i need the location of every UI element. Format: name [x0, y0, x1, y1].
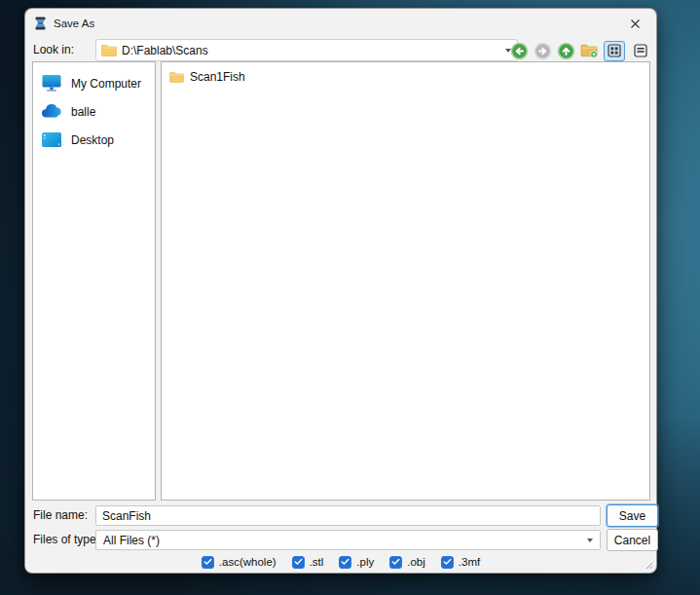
grid-view-icon	[608, 44, 621, 57]
check-icon	[203, 558, 212, 566]
checkbox-stl[interactable]: .stl	[292, 556, 324, 569]
checkbox-checked-icon[interactable]	[292, 556, 305, 569]
sidebar-item-label: My Computer	[71, 77, 141, 91]
grid-view-button[interactable]	[604, 41, 625, 61]
files-of-type-row: Files of type: All Files (*) Cancel	[33, 529, 648, 552]
sidebar-item-balle[interactable]: balle	[33, 97, 155, 126]
cancel-button[interactable]: Cancel	[607, 529, 658, 551]
save-as-dialog: Save As Look in: D:\Fablab\Scans	[24, 8, 657, 574]
window-title: Save As	[54, 18, 94, 29]
chevron-down-icon	[587, 539, 593, 542]
list-view-button[interactable]	[630, 41, 651, 61]
checkbox-label: .obj	[407, 556, 425, 568]
folder-icon	[169, 71, 184, 83]
file-name-input[interactable]	[95, 505, 601, 526]
checkbox-checked-icon[interactable]	[339, 556, 351, 569]
up-button[interactable]	[557, 42, 575, 60]
look-in-path: D:\Fablab\Scans	[122, 44, 208, 57]
close-button[interactable]	[619, 12, 650, 35]
checkbox-ply[interactable]: .ply	[339, 556, 374, 569]
file-item-scan1fish[interactable]: Scan1Fish	[166, 68, 259, 86]
save-button[interactable]: Save	[607, 504, 658, 527]
checkbox-asc-whole[interactable]: .asc(whole)	[202, 556, 276, 569]
sidebar-item-desktop[interactable]: Desktop	[33, 126, 155, 154]
checkbox-label: .asc(whole)	[219, 556, 276, 568]
new-folder-button[interactable]	[580, 42, 599, 60]
sidebar-item-label: balle	[71, 105, 95, 119]
checkbox-label: .stl	[310, 556, 324, 568]
checkbox-3mf[interactable]: .3mf	[441, 556, 480, 569]
check-icon	[341, 558, 350, 566]
new-folder-icon	[580, 42, 599, 59]
format-checkbox-row: .asc(whole) .stl .ply	[25, 552, 656, 572]
list-view-icon	[634, 44, 647, 57]
checkbox-checked-icon[interactable]	[389, 556, 402, 569]
app-icon	[34, 17, 47, 30]
folder-icon	[101, 44, 117, 56]
forward-icon	[534, 42, 552, 60]
check-icon	[294, 558, 303, 566]
places-sidebar: My Computer balle	[32, 61, 156, 501]
file-name-label: File name:	[33, 508, 88, 522]
up-icon	[557, 42, 575, 60]
desktop-background: Save As Look in: D:\Fablab\Scans	[0, 0, 700, 595]
back-icon	[510, 42, 529, 60]
look-in-label: Look in:	[33, 43, 74, 56]
back-button[interactable]	[510, 42, 529, 60]
forward-button[interactable]	[534, 42, 552, 60]
checkbox-label: .ply	[356, 556, 374, 568]
computer-icon	[41, 74, 62, 93]
check-icon	[443, 558, 452, 566]
checkbox-checked-icon[interactable]	[202, 556, 214, 569]
files-of-type-value: All Files (*)	[103, 534, 160, 547]
checkbox-obj[interactable]: .obj	[389, 556, 425, 569]
files-of-type-select[interactable]: All Files (*)	[95, 530, 601, 550]
title-bar[interactable]: Save As	[25, 9, 656, 38]
sidebar-item-label: Desktop	[71, 133, 114, 147]
checkbox-label: .3mf	[459, 556, 480, 568]
file-item-name: Scan1Fish	[190, 70, 245, 84]
nav-toolbar	[510, 39, 651, 62]
check-icon	[391, 558, 400, 566]
file-list[interactable]: Scan1Fish	[161, 61, 650, 501]
sidebar-item-my-computer[interactable]: My Computer	[33, 69, 155, 97]
look-in-combobox[interactable]: D:\Fablab\Scans	[95, 39, 518, 61]
resize-grip[interactable]	[644, 560, 653, 570]
file-name-row: File name: Save	[33, 504, 648, 528]
close-icon	[630, 19, 641, 29]
checkbox-checked-icon[interactable]	[441, 556, 454, 569]
files-of-type-label: Files of type:	[33, 533, 99, 546]
cloud-icon	[41, 104, 62, 119]
desktop-icon	[41, 131, 62, 148]
look-in-row: Look in: D:\Fablab\Scans	[33, 39, 651, 62]
